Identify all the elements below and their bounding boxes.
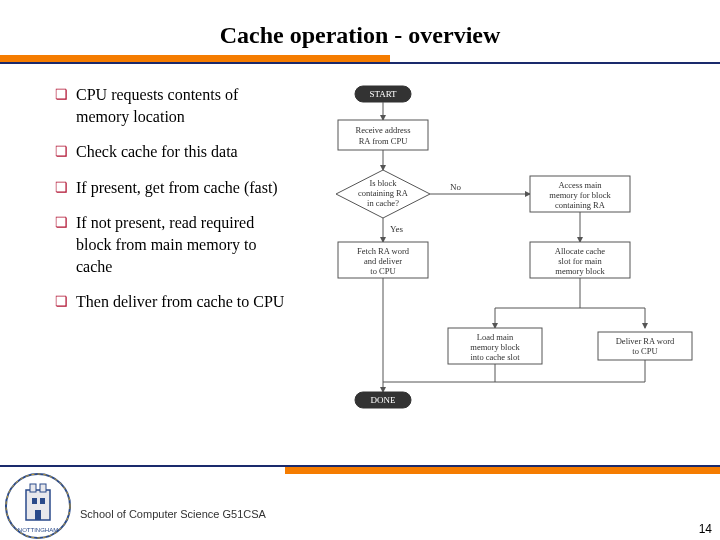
- svg-rect-19: [40, 498, 45, 504]
- bullet-icon: ❏: [55, 86, 68, 127]
- list-item: ❏ CPU requests contents of memory locati…: [55, 84, 290, 127]
- fc-allocate-l1: Allocate cache: [555, 246, 605, 256]
- bullet-icon: ❏: [55, 179, 68, 199]
- list-item: ❏ If not present, read required block fr…: [55, 212, 290, 277]
- svg-rect-17: [40, 484, 46, 492]
- svg-rect-20: [35, 510, 41, 520]
- svg-rect-18: [32, 498, 37, 504]
- bullet-icon: ❏: [55, 143, 68, 163]
- bullet-text: If present, get from cache (fast): [76, 177, 278, 199]
- fc-allocate-l3: memory block: [555, 266, 605, 276]
- accent-bar-bottom: [285, 467, 720, 474]
- fc-done-label: DONE: [371, 395, 396, 405]
- list-item: ❏ If present, get from cache (fast): [55, 177, 290, 199]
- content-area: ❏ CPU requests contents of memory locati…: [0, 64, 720, 428]
- fc-deliver-l2: to CPU: [632, 346, 657, 356]
- fc-decision-l2: containing RA: [358, 188, 409, 198]
- fc-fetch-l1: Fetch RA word: [357, 246, 410, 256]
- bullet-text: CPU requests contents of memory location: [76, 84, 290, 127]
- fc-receive-l2: RA from CPU: [359, 136, 408, 146]
- fc-load-l3: into cache slot: [470, 352, 520, 362]
- fc-decision-l3: in cache?: [367, 198, 399, 208]
- bottom-bar-group: [0, 465, 720, 474]
- bullet-text: Then deliver from cache to CPU: [76, 291, 284, 313]
- page-number: 14: [699, 522, 712, 536]
- flowchart: START Receive address RA from CPU Is blo…: [300, 84, 710, 428]
- fc-access-l1: Access main: [558, 180, 602, 190]
- fc-deliver-l1: Deliver RA word: [616, 336, 675, 346]
- slide-title: Cache operation - overview: [0, 22, 720, 49]
- accent-bar-top: [0, 55, 390, 62]
- svg-text:NOTTINGHAM: NOTTINGHAM: [18, 527, 58, 533]
- fc-decision-l1: Is block: [369, 178, 397, 188]
- fc-access-l3: containing RA: [555, 200, 606, 210]
- university-logo-icon: NOTTINGHAM: [4, 472, 72, 540]
- fc-allocate-l2: slot for main: [558, 256, 602, 266]
- bullet-icon: ❏: [55, 214, 68, 277]
- svg-rect-16: [30, 484, 36, 492]
- fc-start-label: START: [369, 89, 397, 99]
- bullet-text: Check cache for this data: [76, 141, 238, 163]
- list-item: ❏ Check cache for this data: [55, 141, 290, 163]
- bullet-list: ❏ CPU requests contents of memory locati…: [55, 84, 290, 428]
- bullet-icon: ❏: [55, 293, 68, 313]
- fc-fetch-l3: to CPU: [370, 266, 395, 276]
- fc-fetch-l2: and deliver: [364, 256, 402, 266]
- fc-yes-label: Yes: [390, 224, 404, 234]
- fc-load-l1: Load main: [477, 332, 514, 342]
- fc-access-l2: memory for block: [549, 190, 611, 200]
- list-item: ❏ Then deliver from cache to CPU: [55, 291, 290, 313]
- footer-text: School of Computer Science G51CSA: [80, 508, 266, 520]
- fc-receive-l1: Receive address: [356, 125, 411, 135]
- fc-no-label: No: [450, 182, 461, 192]
- bullet-text: If not present, read required block from…: [76, 212, 290, 277]
- fc-load-l2: memory block: [470, 342, 520, 352]
